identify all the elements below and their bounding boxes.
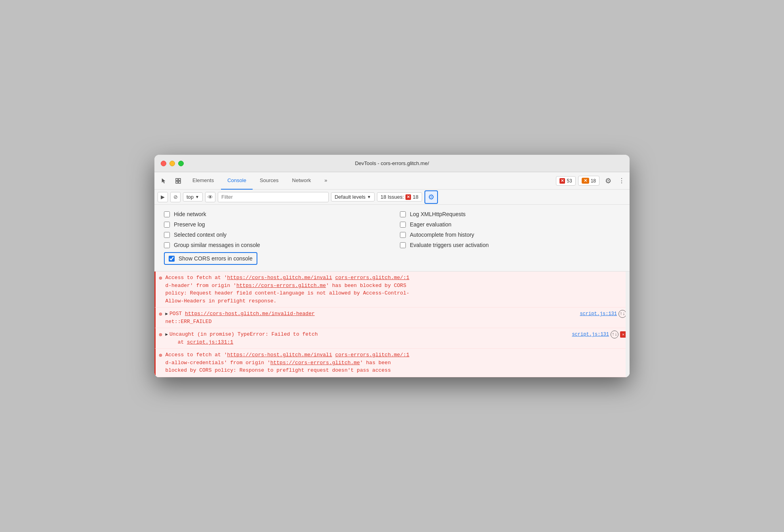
preserve-log-checkbox[interactable]: [164, 222, 170, 228]
hide-network-option[interactable]: Hide network: [164, 211, 384, 217]
more-icon: ⋮: [618, 177, 625, 184]
error-link-1b[interactable]: cors-errors.glitch.me/:1: [335, 275, 409, 281]
expand-icon-3[interactable]: ▶: [165, 332, 168, 337]
issues-count: 18: [413, 194, 418, 200]
filter-input[interactable]: [218, 192, 329, 202]
tab-console[interactable]: Console: [221, 172, 253, 190]
block-button[interactable]: ⊘: [170, 192, 181, 202]
play-button[interactable]: ▶: [158, 192, 168, 202]
console-row-3: ⊗ ▶Uncaught (in promise) TypeError: Fail…: [154, 328, 630, 349]
selected-context-option[interactable]: Selected context only: [164, 232, 384, 238]
log-xmlhttp-option[interactable]: Log XMLHttpRequests: [400, 211, 620, 217]
settings-right: Log XMLHttpRequests Eager evaluation Aut…: [400, 211, 620, 248]
error-icon-3: ⊗: [159, 331, 162, 338]
eager-eval-option[interactable]: Eager evaluation: [400, 221, 620, 228]
error-link-4c[interactable]: https://cors-errors.glitch.me: [270, 360, 360, 366]
traffic-lights: [161, 161, 184, 166]
net-err-2: net::ERR_FAILED: [165, 319, 211, 325]
show-cors-checkbox[interactable]: [169, 256, 175, 262]
issues-button[interactable]: 18 Issues: ✕ 18: [377, 192, 422, 201]
console-text-4: Access to fetch at 'https://cors-host.gl…: [165, 351, 626, 374]
context-dropdown[interactable]: top ▼: [183, 192, 203, 201]
eager-eval-label: Eager evaluation: [410, 221, 451, 228]
upload-icon-2[interactable]: ↑↓: [618, 310, 626, 318]
error-count-button[interactable]: ✕ 53: [556, 176, 575, 186]
tab-elements[interactable]: Elements: [186, 172, 220, 190]
autocomplete-label: Autocomplete from history: [410, 232, 474, 238]
error-count: 53: [567, 178, 572, 184]
expand-icon-2[interactable]: ▶: [165, 312, 168, 316]
log-xmlhttp-label: Log XMLHttpRequests: [410, 211, 466, 217]
autocomplete-checkbox[interactable]: [400, 232, 406, 238]
console-text-3: ▶Uncaught (in promise) TypeError: Failed…: [165, 331, 565, 346]
console-row-2: ⊗ ▶POST https://cors-host.glitch.me/inva…: [154, 308, 630, 328]
maximize-button[interactable]: [178, 161, 184, 166]
more-chevron-icon: »: [324, 177, 327, 183]
source-link-2[interactable]: script.js:131: [580, 311, 617, 317]
hide-network-checkbox[interactable]: [164, 211, 170, 217]
console-text-2: ▶POST https://cors-host.glitch.me/invali…: [165, 310, 573, 325]
eager-eval-checkbox[interactable]: [400, 222, 406, 228]
show-cors-label: Show CORS errors in console: [179, 255, 253, 262]
group-similar-option[interactable]: Group similar messages in console: [164, 242, 384, 248]
issues-badge-icon: ✕: [405, 194, 411, 200]
console-settings-button[interactable]: ⚙: [424, 190, 438, 204]
error-link-1a[interactable]: https://cors-host.glitch.me/invali: [227, 275, 332, 281]
preserve-log-option[interactable]: Preserve log: [164, 221, 384, 228]
upload-icon-3[interactable]: ↑↓: [611, 331, 618, 338]
evaluate-triggers-checkbox[interactable]: [400, 242, 406, 248]
error-link-3a[interactable]: script.js:131:1: [187, 339, 233, 345]
error-icon-4: ⊗: [159, 352, 162, 359]
dropdown-arrow-icon: ▼: [195, 195, 199, 199]
error-link-2a[interactable]: https://cors-host.glitch.me/invalid-head…: [185, 311, 315, 317]
pointer-tool-button[interactable]: [158, 175, 170, 187]
levels-arrow-icon: ▼: [367, 195, 371, 199]
tab-list: Elements Console Sources Network »: [186, 172, 554, 190]
row-right-2: script.js:131 ↑↓: [577, 310, 626, 318]
error-icon-1: ⊗: [159, 275, 162, 281]
group-similar-checkbox[interactable]: [164, 242, 170, 248]
inspect-icon: [175, 178, 181, 184]
show-cors-option[interactable]: Show CORS errors in console: [164, 252, 257, 265]
console-row-4: ⊗ Access to fetch at 'https://cors-host.…: [154, 349, 630, 377]
settings-panel: Hide network Preserve log Selected conte…: [154, 205, 630, 272]
selected-context-label: Selected context only: [174, 232, 226, 238]
devtools-window: DevTools - cors-errors.glitch.me/ Elemen…: [154, 155, 630, 377]
error-link-4a[interactable]: https://cors-host.glitch.me/invali: [227, 352, 332, 358]
error-link-1c[interactable]: https://cors-errors.glitch.me: [236, 283, 326, 289]
issues-label: 18 Issues:: [381, 194, 404, 200]
group-similar-label: Group similar messages in console: [174, 242, 260, 248]
toolbar-right: ✕ 53 ✕ 18 ⚙ ⋮: [556, 175, 626, 187]
tab-sources[interactable]: Sources: [253, 172, 285, 190]
autocomplete-option[interactable]: Autocomplete from history: [400, 232, 620, 238]
live-expressions-button[interactable]: 👁: [205, 192, 215, 202]
gear-icon: ⚙: [605, 177, 611, 185]
source-link-3[interactable]: script.js:131: [572, 332, 609, 337]
console-text-1: Access to fetch at 'https://cors-host.gl…: [165, 274, 626, 305]
log-xmlhttp-checkbox[interactable]: [400, 211, 406, 217]
levels-label: Default levels: [335, 194, 365, 200]
console-toolbar: ▶ ⊘ top ▼ 👁 Default levels ▼ 18 Issues: …: [154, 190, 630, 205]
eye-icon: 👁: [207, 194, 213, 200]
error-icon-2: ⊗: [159, 311, 162, 317]
inspect-button[interactable]: [172, 175, 185, 187]
more-button[interactable]: ⋮: [617, 175, 626, 187]
evaluate-triggers-option[interactable]: Evaluate triggers user activation: [400, 242, 620, 248]
svg-rect-0: [176, 179, 178, 180]
scrollbar[interactable]: [626, 272, 630, 377]
tab-more[interactable]: »: [318, 172, 333, 190]
console-row-1: ⊗ Access to fetch at 'https://cors-host.…: [154, 272, 630, 308]
settings-button[interactable]: ⚙: [602, 175, 615, 187]
tab-network[interactable]: Network: [286, 172, 318, 190]
hide-network-label: Hide network: [174, 211, 206, 217]
log-levels-dropdown[interactable]: Default levels ▼: [331, 192, 375, 201]
title-bar: DevTools - cors-errors.glitch.me/: [154, 155, 630, 172]
close-button[interactable]: [161, 161, 166, 166]
minimize-button[interactable]: [169, 161, 175, 166]
error-badge-icon: ✕: [559, 178, 565, 184]
error-link-4b[interactable]: cors-errors.glitch.me/:1: [335, 352, 409, 358]
selected-context-checkbox[interactable]: [164, 232, 170, 238]
context-label: top: [186, 194, 194, 200]
console-settings-icon: ⚙: [428, 193, 434, 201]
warning-count-button[interactable]: ✕ 18: [578, 176, 599, 186]
